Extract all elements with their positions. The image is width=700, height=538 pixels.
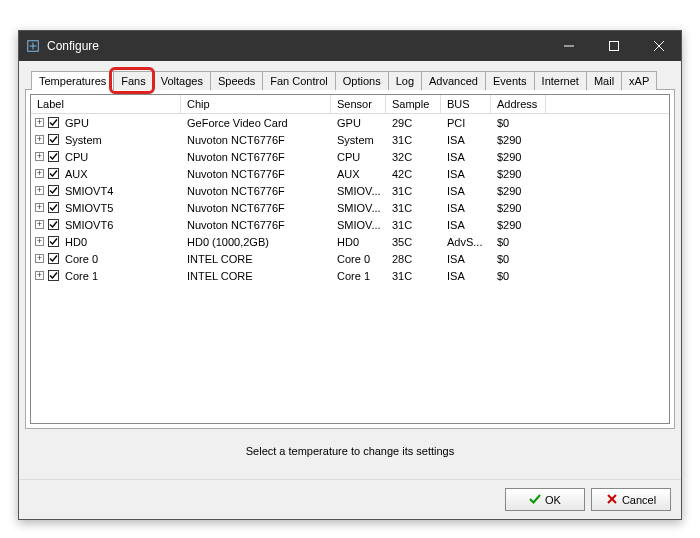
table-row[interactable]: +AUXNuvoton NCT6776FAUX42CISA$290 <box>31 165 669 182</box>
table-row[interactable]: +SystemNuvoton NCT6776FSystem31CISA$290 <box>31 131 669 148</box>
tab-options[interactable]: Options <box>335 71 389 90</box>
row-checkbox[interactable] <box>48 270 59 281</box>
cell-chip: Nuvoton NCT6776F <box>181 202 331 214</box>
cell-address: $290 <box>491 168 546 180</box>
button-bar: OK Cancel <box>19 479 681 519</box>
cell-label: +Core 0 <box>31 253 181 265</box>
tab-voltages[interactable]: Voltages <box>153 71 211 90</box>
row-label-text: SMIOVT4 <box>65 185 113 197</box>
expand-icon[interactable]: + <box>35 135 44 144</box>
tab-internet[interactable]: Internet <box>534 71 587 90</box>
row-checkbox[interactable] <box>48 117 59 128</box>
expand-icon[interactable]: + <box>35 169 44 178</box>
cell-chip: INTEL CORE <box>181 270 331 282</box>
cell-address: $290 <box>491 202 546 214</box>
row-checkbox[interactable] <box>48 151 59 162</box>
minimize-button[interactable] <box>546 31 591 61</box>
cell-label: +SMIOVT4 <box>31 185 181 197</box>
table-row[interactable]: +Core 1INTEL CORECore 131CISA$0 <box>31 267 669 284</box>
row-checkbox[interactable] <box>48 202 59 213</box>
expand-icon[interactable]: + <box>35 118 44 127</box>
table-row[interactable]: +GPUGeForce Video CardGPU29CPCI$0 <box>31 114 669 131</box>
cell-sample: 31C <box>386 185 441 197</box>
table-header: Label Chip Sensor Sample BUS Address <box>31 95 669 114</box>
ok-button-label: OK <box>545 494 561 506</box>
tab-temperatures[interactable]: Temperatures <box>31 71 114 90</box>
col-header-sample[interactable]: Sample <box>386 95 441 113</box>
table-row[interactable]: +SMIOVT4Nuvoton NCT6776FSMIOV...31CISA$2… <box>31 182 669 199</box>
cell-bus: ISA <box>441 185 491 197</box>
inner-panel: Label Chip Sensor Sample BUS Address +GP… <box>25 89 675 429</box>
cell-sensor: SMIOV... <box>331 185 386 197</box>
tab-speeds[interactable]: Speeds <box>210 71 263 90</box>
cell-sample: 32C <box>386 151 441 163</box>
cell-bus: PCI <box>441 117 491 129</box>
expand-icon[interactable]: + <box>35 220 44 229</box>
row-label-text: SMIOVT5 <box>65 202 113 214</box>
cell-label: +Core 1 <box>31 270 181 282</box>
cell-chip: INTEL CORE <box>181 253 331 265</box>
tab-fans[interactable]: Fans <box>113 71 153 90</box>
cell-address: $0 <box>491 117 546 129</box>
row-checkbox[interactable] <box>48 253 59 264</box>
titlebar: Configure <box>19 31 681 61</box>
tab-fan-control[interactable]: Fan Control <box>262 71 335 90</box>
tab-xap[interactable]: xAP <box>621 71 657 90</box>
cell-bus: AdvS... <box>441 236 491 248</box>
expand-icon[interactable]: + <box>35 271 44 280</box>
row-checkbox[interactable] <box>48 168 59 179</box>
row-checkbox[interactable] <box>48 236 59 247</box>
expand-icon[interactable]: + <box>35 203 44 212</box>
cell-address: $0 <box>491 236 546 248</box>
cell-sample: 28C <box>386 253 441 265</box>
tab-log[interactable]: Log <box>388 71 422 90</box>
table-row[interactable]: +Core 0INTEL CORECore 028CISA$0 <box>31 250 669 267</box>
expand-icon[interactable]: + <box>35 237 44 246</box>
col-header-label[interactable]: Label <box>31 95 181 113</box>
row-checkbox[interactable] <box>48 219 59 230</box>
col-header-bus[interactable]: BUS <box>441 95 491 113</box>
col-header-sensor[interactable]: Sensor <box>331 95 386 113</box>
cell-label: +SMIOVT5 <box>31 202 181 214</box>
table-row[interactable]: +CPUNuvoton NCT6776FCPU32CISA$290 <box>31 148 669 165</box>
col-header-address[interactable]: Address <box>491 95 546 113</box>
table-row[interactable]: +SMIOVT6Nuvoton NCT6776FSMIOV...31CISA$2… <box>31 216 669 233</box>
cell-sample: 42C <box>386 168 441 180</box>
cell-address: $290 <box>491 185 546 197</box>
row-label-text: System <box>65 134 102 146</box>
ok-button[interactable]: OK <box>505 488 585 511</box>
cell-bus: ISA <box>441 270 491 282</box>
content-area: TemperaturesFansVoltagesSpeedsFan Contro… <box>19 61 681 479</box>
expand-icon[interactable]: + <box>35 186 44 195</box>
configure-window: Configure TemperaturesFansVoltagesSpeeds… <box>18 30 682 520</box>
row-label-text: Core 0 <box>65 253 98 265</box>
row-label-text: AUX <box>65 168 88 180</box>
cell-sample: 31C <box>386 270 441 282</box>
svg-rect-1 <box>609 42 618 51</box>
table-row[interactable]: +HD0HD0 (1000,2GB)HD035CAdvS...$0 <box>31 233 669 250</box>
row-label-text: CPU <box>65 151 88 163</box>
tab-advanced[interactable]: Advanced <box>421 71 486 90</box>
col-header-chip[interactable]: Chip <box>181 95 331 113</box>
cell-address: $0 <box>491 253 546 265</box>
cell-sensor: Core 0 <box>331 253 386 265</box>
cancel-button[interactable]: Cancel <box>591 488 671 511</box>
cell-bus: ISA <box>441 253 491 265</box>
row-label-text: Core 1 <box>65 270 98 282</box>
cell-sensor: HD0 <box>331 236 386 248</box>
maximize-button[interactable] <box>591 31 636 61</box>
table-row[interactable]: +SMIOVT5Nuvoton NCT6776FSMIOV...31CISA$2… <box>31 199 669 216</box>
row-checkbox[interactable] <box>48 185 59 196</box>
close-button[interactable] <box>636 31 681 61</box>
cell-bus: ISA <box>441 151 491 163</box>
tab-events[interactable]: Events <box>485 71 535 90</box>
check-icon <box>529 493 541 507</box>
row-checkbox[interactable] <box>48 134 59 145</box>
cell-bus: ISA <box>441 219 491 231</box>
cell-sensor: Core 1 <box>331 270 386 282</box>
tab-mail[interactable]: Mail <box>586 71 622 90</box>
expand-icon[interactable]: + <box>35 254 44 263</box>
expand-icon[interactable]: + <box>35 152 44 161</box>
cell-chip: HD0 (1000,2GB) <box>181 236 331 248</box>
cell-label: +SMIOVT6 <box>31 219 181 231</box>
